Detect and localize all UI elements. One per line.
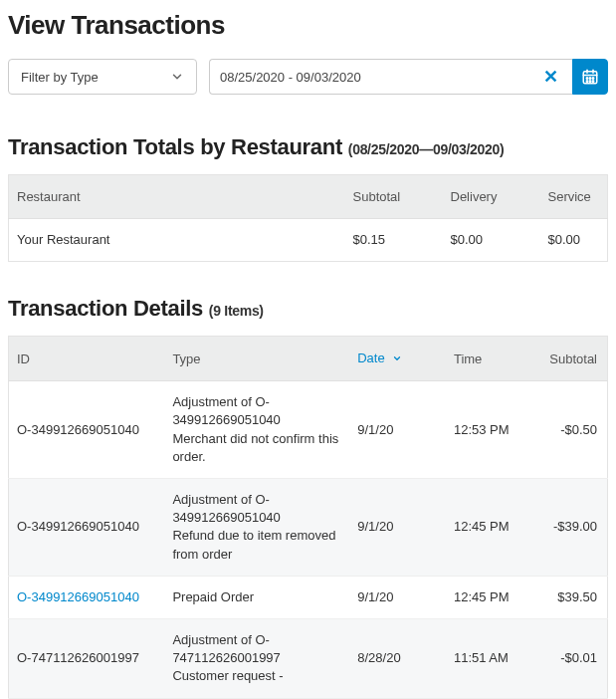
date-range-group: ✕ bbox=[209, 59, 608, 95]
filter-type-select[interactable]: Filter by Type bbox=[8, 59, 197, 95]
table-row: O-349912669051040Prepaid Order9/1/2012:4… bbox=[9, 576, 608, 618]
cell-date: 9/1/20 bbox=[349, 381, 446, 479]
cell-delivery: $0.00 bbox=[443, 219, 540, 262]
col-date-label: Date bbox=[357, 350, 384, 365]
totals-range: (08/25/2020—09/03/2020) bbox=[348, 141, 505, 157]
cell-subtotal: $39.50 bbox=[541, 576, 607, 618]
details-table: ID Type Date Time Subtotal O-34991266905… bbox=[8, 336, 608, 699]
date-range-input-wrap: ✕ bbox=[209, 59, 572, 95]
cell-type: Adjustment of O-349912669051040 Refund d… bbox=[164, 479, 349, 577]
cell-subtotal: -$0.01 bbox=[541, 618, 607, 698]
details-heading: Transaction Details (9 Items) bbox=[8, 296, 608, 322]
table-row: O-349912669051040Adjustment of O-3499126… bbox=[9, 479, 608, 577]
totals-heading: Transaction Totals by Restaurant (08/25/… bbox=[8, 134, 608, 160]
cell-type: Prepaid Order bbox=[164, 576, 349, 618]
cell-id: O-349912669051040 bbox=[9, 381, 165, 479]
cell-restaurant: Your Restaurant bbox=[9, 219, 345, 262]
svg-point-4 bbox=[586, 78, 588, 80]
totals-table: Restaurant Subtotal Delivery Service You… bbox=[8, 174, 608, 262]
col-restaurant: Restaurant bbox=[9, 175, 345, 219]
filter-type-label: Filter by Type bbox=[21, 70, 99, 85]
calendar-icon bbox=[581, 68, 599, 86]
table-row: O-349912669051040Adjustment of O-3499126… bbox=[9, 381, 608, 479]
cell-service: $0.00 bbox=[540, 219, 608, 262]
order-link[interactable]: O-349912669051040 bbox=[17, 589, 139, 604]
details-count: (9 Items) bbox=[209, 303, 264, 319]
cell-id: O-349912669051040 bbox=[9, 576, 165, 618]
svg-point-5 bbox=[589, 78, 591, 80]
cell-date: 9/1/20 bbox=[349, 479, 446, 577]
table-row: Your Restaurant$0.15$0.00$0.00 bbox=[9, 219, 608, 262]
page-title: View Transactions bbox=[8, 10, 608, 41]
svg-point-9 bbox=[592, 81, 594, 83]
cell-subtotal: -$39.00 bbox=[541, 479, 607, 577]
clear-date-icon[interactable]: ✕ bbox=[539, 68, 562, 86]
svg-point-7 bbox=[586, 81, 588, 83]
totals-heading-text: Transaction Totals by Restaurant bbox=[8, 134, 342, 159]
sort-desc-icon bbox=[392, 351, 402, 366]
col-delivery: Delivery bbox=[443, 175, 540, 219]
cell-date: 8/28/20 bbox=[349, 618, 446, 698]
cell-time: 12:45 PM bbox=[446, 479, 541, 577]
cell-id: O-349912669051040 bbox=[9, 479, 165, 577]
date-range-input[interactable] bbox=[220, 70, 539, 85]
svg-point-8 bbox=[589, 81, 591, 83]
cell-subtotal: -$0.50 bbox=[541, 381, 607, 479]
details-heading-text: Transaction Details bbox=[8, 296, 203, 321]
filter-row: Filter by Type ✕ bbox=[8, 59, 608, 95]
calendar-button[interactable] bbox=[572, 59, 608, 95]
cell-time: 12:53 PM bbox=[446, 381, 541, 479]
cell-id: O-747112626001997 bbox=[9, 618, 165, 698]
col-service: Service bbox=[540, 175, 608, 219]
svg-point-6 bbox=[592, 78, 594, 80]
col-id: ID bbox=[9, 337, 165, 381]
cell-date: 9/1/20 bbox=[349, 576, 446, 618]
cell-subtotal: $0.15 bbox=[345, 219, 443, 262]
table-row: O-747112626001997Adjustment of O-7471126… bbox=[9, 618, 608, 698]
cell-type: Adjustment of O-747112626001997 Customer… bbox=[164, 618, 349, 698]
col-subtotal: Subtotal bbox=[345, 175, 443, 219]
col-subtotal: Subtotal bbox=[541, 337, 607, 381]
chevron-down-icon bbox=[170, 70, 184, 84]
col-type: Type bbox=[164, 337, 349, 381]
cell-time: 12:45 PM bbox=[446, 576, 541, 618]
col-time: Time bbox=[446, 337, 541, 381]
cell-type: Adjustment of O-349912669051040 Merchant… bbox=[164, 381, 349, 479]
cell-time: 11:51 AM bbox=[446, 618, 541, 698]
col-date[interactable]: Date bbox=[349, 337, 446, 381]
